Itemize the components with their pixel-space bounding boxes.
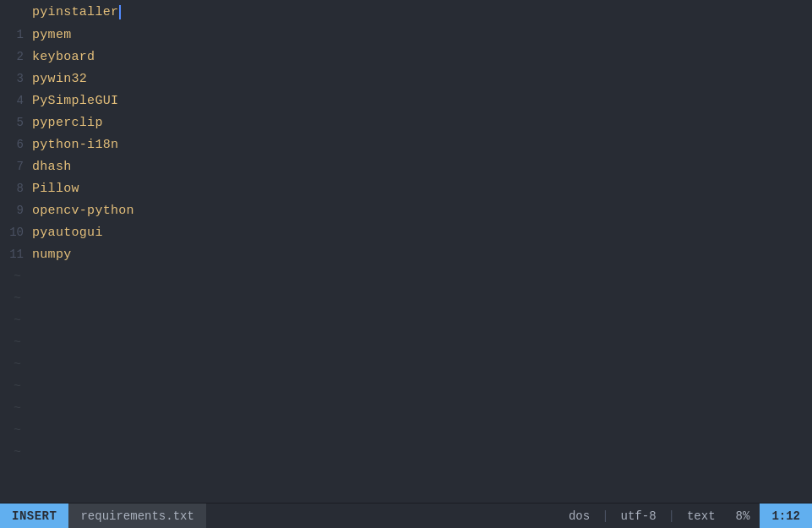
tilde-9: ~ xyxy=(0,441,812,463)
line-content-1: pymem xyxy=(32,28,72,42)
line-number-1: 1 xyxy=(0,28,32,41)
line-7: 7 dhash xyxy=(0,155,812,177)
tilde-4: ~ xyxy=(0,331,812,353)
tilde-7: ~ xyxy=(0,397,812,419)
tilde-8: ~ xyxy=(0,419,812,441)
line-content-11: numpy xyxy=(32,248,72,262)
line-number-3: 3 xyxy=(0,72,32,85)
tilde-1: ~ xyxy=(0,265,812,287)
line-content-2: keyboard xyxy=(32,50,95,64)
line-number-9: 9 xyxy=(0,204,32,217)
line-number-11: 11 xyxy=(0,248,32,261)
line-1: 1 pymem xyxy=(0,24,812,46)
tilde-5: ~ xyxy=(0,353,812,375)
line-11: 11 numpy xyxy=(0,243,812,265)
tilde-2: ~ xyxy=(0,287,812,309)
line-content-10: pyautogui xyxy=(32,226,103,240)
line-number-6: 6 xyxy=(0,138,32,151)
line-2: 2 keyboard xyxy=(0,46,812,68)
file-format: dos xyxy=(559,504,600,529)
line-content-8: Pillow xyxy=(32,182,79,196)
line-8: 8 Pillow xyxy=(0,177,812,199)
line-6: 6 python-i18n xyxy=(0,133,812,155)
line-content-9: opencv-python xyxy=(32,204,134,218)
line-number-5: 5 xyxy=(0,116,32,129)
line-content-7: dhash xyxy=(32,160,72,174)
statusbar: INSERT requirements.txt dos | utf-8 | te… xyxy=(0,503,812,528)
tilde-6: ~ xyxy=(0,375,812,397)
line-4: 4 PySimpleGUI xyxy=(0,90,812,112)
mode-indicator: INSERT xyxy=(0,504,68,529)
tilde-3: ~ xyxy=(0,309,812,331)
text-cursor xyxy=(119,5,121,19)
separator-2: | xyxy=(667,509,677,523)
line-number-7: 7 xyxy=(0,160,32,173)
line-content-5: pyperclip xyxy=(32,116,103,130)
line-number-2: 2 xyxy=(0,50,32,63)
line-5: 5 pyperclip xyxy=(0,112,812,133)
line-content-4: PySimpleGUI xyxy=(32,94,118,108)
status-right: dos | utf-8 | text 8% xyxy=(559,504,760,529)
separator-1: | xyxy=(600,509,610,523)
line-content-0: pyinstaller xyxy=(32,5,121,19)
line-number-4: 4 xyxy=(0,94,32,107)
line-0: pyinstaller xyxy=(0,2,812,24)
filename-indicator: requirements.txt xyxy=(68,504,205,529)
editor[interactable]: pyinstaller 1 pymem 2 keyboard 3 pywin32… xyxy=(0,0,812,503)
line-content-3: pywin32 xyxy=(32,72,87,86)
scroll-percent: 8% xyxy=(726,504,760,529)
line-number-8: 8 xyxy=(0,182,32,195)
encoding: utf-8 xyxy=(611,504,667,529)
line-number-10: 10 xyxy=(0,226,32,239)
cursor-position: 1:12 xyxy=(760,504,812,529)
filetype: text xyxy=(677,504,726,529)
line-9: 9 opencv-python xyxy=(0,199,812,221)
line-3: 3 pywin32 xyxy=(0,68,812,90)
line-10: 10 pyautogui xyxy=(0,221,812,243)
line-content-6: python-i18n xyxy=(32,138,118,152)
